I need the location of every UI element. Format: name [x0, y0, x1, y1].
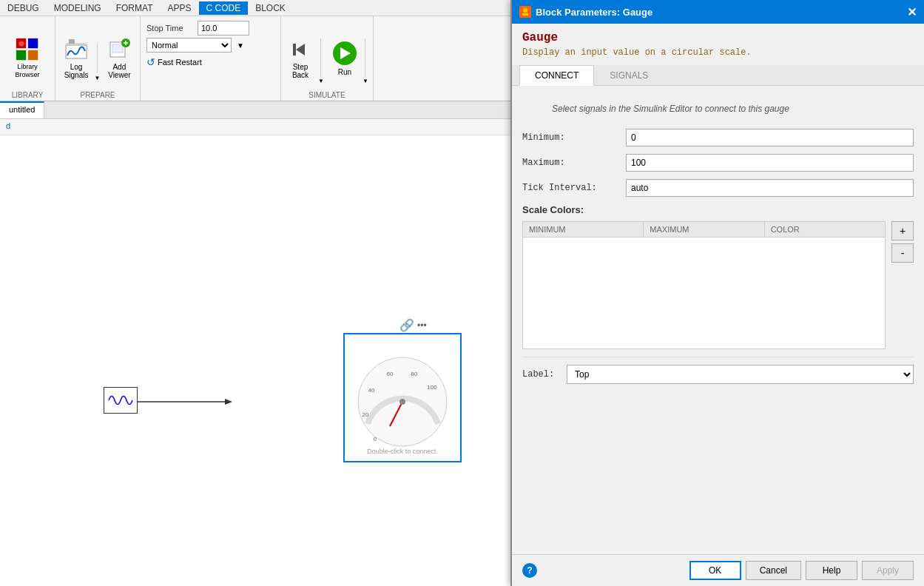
remove-scale-button[interactable]: -: [891, 243, 914, 263]
scale-colors-container: MINIMUM MAXIMUM COLOR + -: [522, 221, 914, 349]
fast-restart-row: ↺ Fast Restart: [146, 56, 274, 68]
run-button[interactable]: Run: [330, 33, 360, 84]
menu-block[interactable]: BLOCK: [248, 1, 293, 15]
svg-point-27: [523, 8, 527, 13]
tab-untitled[interactable]: untitled: [0, 101, 44, 118]
tab-connect[interactable]: CONNECT: [519, 65, 594, 86]
log-signals-dropdown[interactable]: ▼: [94, 36, 100, 81]
sim-mode-dropdown[interactable]: ▼: [237, 41, 244, 50]
apply-button[interactable]: Apply: [862, 561, 914, 580]
svg-rect-12: [293, 44, 296, 55]
canvas[interactable]: 🔗 ••• 0 20 40: [0, 135, 510, 586]
scale-table-body: [523, 238, 885, 348]
svg-marker-15: [225, 399, 232, 405]
more-options-icon[interactable]: •••: [417, 320, 427, 331]
dialog-content: Select signals in the Simulink Editor to…: [512, 86, 924, 554]
gauge-block[interactable]: 0 20 40 60 80 100: [343, 333, 462, 462]
menu-ccode[interactable]: C CODE: [199, 1, 249, 15]
minimum-input[interactable]: [626, 129, 914, 146]
svg-text:100: 100: [427, 384, 437, 391]
step-back-dropdown[interactable]: ▼: [318, 33, 324, 84]
add-viewer-label: AddViewer: [108, 63, 130, 79]
menu-bar: DEBUG MODELING FORMAT APPS C CODE BLOCK: [0, 0, 510, 16]
log-signals-label: LogSignals: [64, 63, 89, 79]
block-name: Gauge: [522, 31, 914, 44]
tab-signals[interactable]: SIGNALS: [594, 65, 664, 86]
dialog-body: Gauge Display an input value on a circul…: [512, 24, 924, 586]
prepare-group-label: PREPARE: [60, 91, 135, 99]
sine-wave-block[interactable]: [104, 387, 138, 414]
scale-colors-table: MINIMUM MAXIMUM COLOR: [522, 221, 886, 349]
menu-modeling[interactable]: MODELING: [47, 1, 109, 15]
maximum-row: Maximum:: [522, 154, 914, 172]
gauge-svg: 0 20 40 60 80 100: [349, 339, 456, 457]
gauge-connector-bar: 🔗 •••: [399, 318, 427, 332]
label-field-label: Label:: [522, 369, 567, 380]
ribbon: LibraryBrowser LIBRARY: [0, 16, 510, 101]
step-back-icon: [289, 38, 312, 61]
ribbon-group-prepare: LogSignals ▼: [55, 16, 141, 101]
block-parameters-dialog: Block Parameters: Gauge ✕ Gauge Display …: [510, 0, 924, 586]
fast-restart-icon: ↺: [146, 56, 155, 68]
svg-marker-13: [296, 44, 305, 55]
minimum-label: Minimum:: [522, 132, 626, 143]
dialog-title: Block Parameters: Gauge: [519, 6, 652, 18]
help-button[interactable]: Help: [806, 561, 857, 580]
breadcrumb: d: [0, 119, 510, 135]
scale-table-header: MINIMUM MAXIMUM COLOR: [523, 222, 885, 238]
add-viewer-button[interactable]: AddViewer: [104, 33, 134, 84]
label-select[interactable]: Top Bottom Left Right None: [567, 365, 914, 384]
svg-text:60: 60: [386, 371, 393, 377]
svg-text:Double-click to connect.: Double-click to connect.: [367, 448, 438, 455]
dialog-titlebar: Block Parameters: Gauge ✕: [512, 0, 924, 24]
maximum-input[interactable]: [626, 154, 914, 172]
dialog-footer: ? OK Cancel Help Apply: [512, 554, 924, 586]
minimum-row: Minimum:: [522, 129, 914, 146]
stop-time-input[interactable]: [198, 21, 249, 36]
scale-buttons: + -: [891, 221, 914, 349]
step-back-button[interactable]: StepBack: [286, 33, 315, 84]
ribbon-group-simulate: StepBack ▼ Run ▼ SIMULATE: [281, 16, 374, 101]
scale-colors-section: Scale Colors: MINIMUM MAXIMUM COLOR + -: [522, 204, 914, 349]
menu-debug[interactable]: DEBUG: [0, 1, 47, 15]
menu-format[interactable]: FORMAT: [109, 1, 161, 15]
scale-colors-label: Scale Colors:: [522, 204, 914, 215]
dialog-close-button[interactable]: ✕: [907, 5, 917, 19]
sim-mode-select[interactable]: Normal Accelerator Rapid Accelerator: [146, 38, 232, 53]
footer-right: OK Cancel Help Apply: [689, 561, 914, 580]
svg-rect-3: [28, 50, 38, 60]
tick-interval-input[interactable]: [626, 179, 914, 197]
footer-left: ?: [522, 563, 537, 578]
ok-button[interactable]: OK: [689, 561, 741, 580]
main-window: DEBUG MODELING FORMAT APPS C CODE BLOCK: [0, 0, 510, 586]
dialog-icon: [519, 6, 531, 18]
svg-rect-2: [16, 50, 26, 60]
add-scale-button[interactable]: +: [891, 221, 914, 240]
dialog-title-text: Block Parameters: Gauge: [536, 7, 652, 18]
run-dropdown[interactable]: ▼: [362, 33, 368, 84]
svg-point-24: [399, 399, 405, 405]
stop-time-label: Stop Time: [146, 24, 195, 33]
maximum-label: Maximum:: [522, 158, 626, 168]
label-row: Label: Top Bottom Left Right None: [522, 357, 914, 384]
sim-controls-group: Stop Time Normal Accelerator Rapid Accel…: [141, 16, 281, 101]
simulate-group-label: SIMULATE: [286, 91, 368, 99]
block-description: Display an input value on a circular sca…: [522, 47, 914, 58]
step-back-label: StepBack: [292, 63, 308, 79]
svg-rect-8: [112, 44, 123, 53]
svg-rect-1: [28, 38, 38, 48]
dialog-tabs: CONNECT SIGNALS: [512, 65, 924, 86]
run-label: Run: [338, 68, 351, 76]
help-icon-button[interactable]: ?: [522, 563, 537, 578]
col-maximum: MAXIMUM: [644, 222, 764, 237]
dialog-header: Gauge Display an input value on a circul…: [512, 24, 924, 65]
connection-arrow: [138, 396, 234, 411]
col-color: COLOR: [765, 222, 885, 237]
tick-interval-label: Tick Interval:: [522, 183, 626, 193]
cancel-button[interactable]: Cancel: [746, 561, 801, 580]
log-signals-button[interactable]: LogSignals: [61, 33, 92, 84]
menu-apps[interactable]: APPS: [160, 1, 198, 15]
library-browser-button[interactable]: LibraryBrowser: [12, 33, 42, 84]
run-icon: [333, 41, 357, 65]
library-group-label: LIBRARY: [4, 91, 50, 99]
